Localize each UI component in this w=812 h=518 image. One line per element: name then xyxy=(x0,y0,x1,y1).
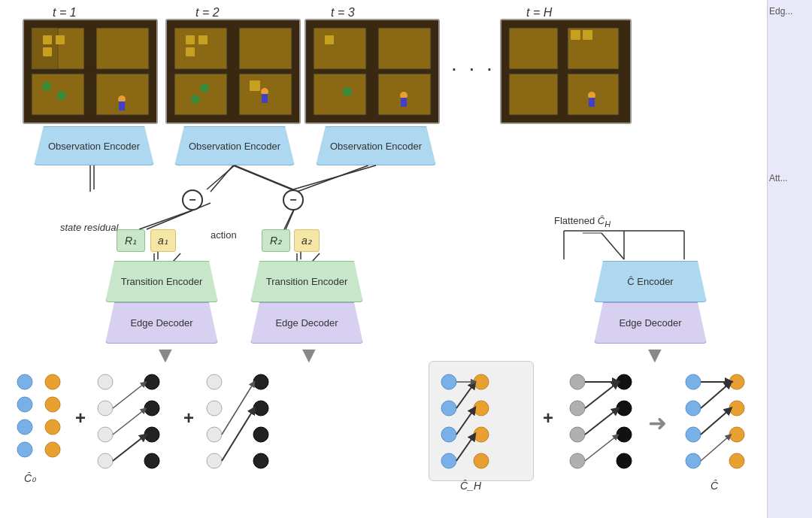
arrow-down-right: ▼ xyxy=(644,342,666,368)
image-ellipsis: · · · xyxy=(451,56,495,80)
svg-line-106 xyxy=(456,384,474,408)
image-frame-t1 xyxy=(23,19,158,124)
svg-point-84 xyxy=(144,453,159,468)
time-label-H: t = H xyxy=(526,6,552,20)
svg-line-4 xyxy=(147,203,211,229)
obs-encoder-t3: Observation Encoder xyxy=(316,126,436,165)
svg-point-75 xyxy=(45,420,60,435)
svg-point-20 xyxy=(42,82,51,91)
svg-point-70 xyxy=(17,397,32,412)
svg-point-79 xyxy=(98,427,113,442)
svg-line-119 xyxy=(585,383,617,408)
svg-line-62 xyxy=(284,211,293,229)
svg-line-132 xyxy=(701,410,729,435)
svg-point-82 xyxy=(144,401,159,416)
svg-rect-29 xyxy=(186,35,195,44)
svg-point-122 xyxy=(686,374,701,389)
svg-point-88 xyxy=(207,374,222,389)
a1-box: a₁ xyxy=(150,229,176,252)
svg-point-93 xyxy=(253,401,268,416)
svg-point-21 xyxy=(57,91,66,100)
graph-final xyxy=(677,367,767,476)
sidebar: Edg... Att... xyxy=(767,0,812,518)
svg-line-133 xyxy=(701,436,729,461)
svg-point-73 xyxy=(45,374,60,389)
svg-rect-40 xyxy=(314,74,366,115)
svg-point-117 xyxy=(617,453,632,468)
svg-rect-31 xyxy=(186,47,195,56)
svg-line-120 xyxy=(585,410,617,435)
svg-point-80 xyxy=(98,453,113,468)
transition-encoder-1: Transition Encoder xyxy=(105,261,218,302)
svg-point-125 xyxy=(686,453,701,468)
c-hat-label: Ĉ xyxy=(710,480,718,492)
svg-point-102 xyxy=(474,374,489,389)
svg-point-123 xyxy=(686,401,701,416)
svg-line-86 xyxy=(113,410,144,435)
main-diagram: t = 1 t = 2 t = 3 t = H xyxy=(0,0,774,518)
svg-rect-17 xyxy=(43,35,52,44)
time-label-2: t = 2 xyxy=(195,6,220,20)
svg-line-56 xyxy=(207,165,235,189)
svg-point-95 xyxy=(253,453,268,468)
edge-decoder-right: Edge Decoder xyxy=(594,302,707,344)
svg-line-3 xyxy=(297,165,368,192)
svg-point-104 xyxy=(474,427,489,442)
svg-rect-52 xyxy=(583,30,592,40)
circle-minus-2: − xyxy=(283,189,304,211)
svg-rect-45 xyxy=(401,98,407,107)
svg-point-92 xyxy=(253,374,268,389)
r1-box: R₁ xyxy=(117,229,145,252)
svg-point-91 xyxy=(207,453,222,468)
graph-edge-1 xyxy=(90,367,173,476)
svg-line-58 xyxy=(293,165,376,189)
action-label: action xyxy=(211,229,237,241)
svg-rect-25 xyxy=(174,28,227,69)
svg-rect-36 xyxy=(250,80,260,91)
time-label-1: t = 1 xyxy=(53,6,77,20)
cH-label: Ĉ_H xyxy=(460,480,481,492)
svg-point-99 xyxy=(441,401,456,416)
svg-point-103 xyxy=(474,401,489,416)
svg-point-124 xyxy=(686,427,701,442)
svg-point-89 xyxy=(207,401,222,416)
svg-line-61 xyxy=(173,253,180,262)
svg-point-83 xyxy=(144,427,159,442)
svg-line-108 xyxy=(456,436,474,461)
svg-point-98 xyxy=(441,374,456,389)
image-frame-t3 xyxy=(304,19,440,124)
svg-point-43 xyxy=(343,87,352,96)
svg-line-8 xyxy=(601,233,624,259)
svg-line-2 xyxy=(233,165,297,192)
obs-encoder-t1: Observation Encoder xyxy=(34,126,154,165)
svg-point-81 xyxy=(144,374,159,389)
svg-rect-47 xyxy=(509,28,558,69)
graph-cH xyxy=(432,367,530,476)
arrow-down-2: ▼ xyxy=(298,342,320,368)
svg-point-72 xyxy=(17,442,32,457)
edge-decoder-2: Edge Decoder xyxy=(250,302,363,344)
svg-point-74 xyxy=(45,397,60,412)
sidebar-top-label: Edg... xyxy=(769,6,812,17)
svg-rect-18 xyxy=(56,35,65,44)
plus-2: + xyxy=(183,407,194,429)
flattened-label: Flattened ĈH xyxy=(554,215,611,229)
svg-point-112 xyxy=(570,427,585,442)
svg-point-33 xyxy=(191,95,200,104)
svg-point-105 xyxy=(474,453,489,468)
svg-point-113 xyxy=(570,453,585,468)
svg-line-59 xyxy=(139,211,192,229)
svg-point-71 xyxy=(17,420,32,435)
svg-point-111 xyxy=(570,401,585,416)
svg-rect-39 xyxy=(378,28,431,69)
svg-point-128 xyxy=(729,427,744,442)
svg-point-116 xyxy=(617,427,632,442)
svg-line-97 xyxy=(222,410,253,461)
r2-box: R₂ xyxy=(262,229,290,252)
svg-point-114 xyxy=(617,374,632,389)
svg-point-100 xyxy=(441,427,456,442)
svg-rect-26 xyxy=(239,28,292,69)
obs-encoder-t2: Observation Encoder xyxy=(174,126,295,165)
svg-rect-19 xyxy=(43,47,52,56)
time-label-3: t = 3 xyxy=(331,6,355,20)
